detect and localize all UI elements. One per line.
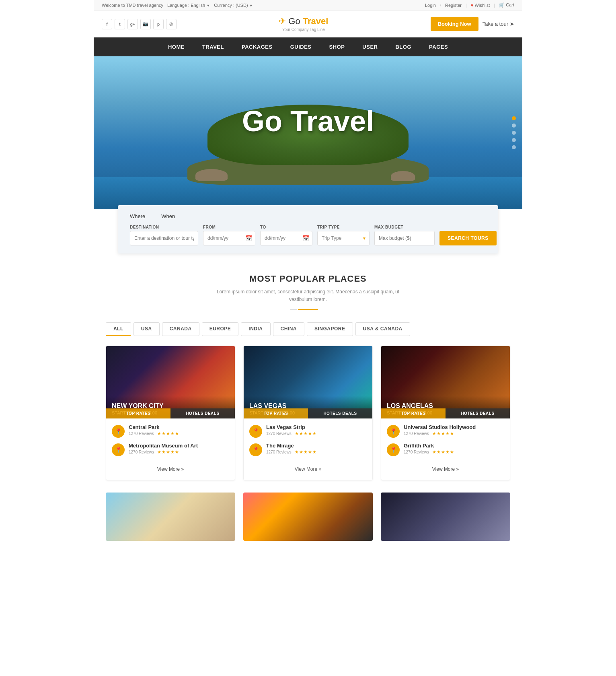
- place-card-nyc: NEW YORK CITY START FROM $375.00 TOP RAT…: [106, 346, 235, 480]
- wishlist-link[interactable]: ♥ Wishlist: [471, 3, 490, 8]
- booking-now-button[interactable]: Booking Now: [431, 17, 478, 31]
- filter-tab-singapore[interactable]: SINGAPORE: [307, 322, 353, 336]
- register-link[interactable]: Register: [445, 3, 462, 8]
- place-stars-3: ★★★★★: [295, 431, 317, 436]
- budget-input[interactable]: [374, 231, 435, 245]
- place-item-central-park: 📍 Central Park 1270 Reviews ★★★★★: [112, 424, 229, 438]
- language-selector[interactable]: Language : English ▼: [167, 3, 210, 8]
- view-more-link-la[interactable]: View More »: [432, 466, 459, 472]
- nav-home[interactable]: HOME: [159, 37, 193, 56]
- filter-tab-all[interactable]: ALL: [106, 322, 131, 336]
- preview-card-3[interactable]: [381, 493, 510, 541]
- place-item-universal: 📍 Universal Studios Hollywood 1270 Revie…: [387, 424, 504, 438]
- place-cards-grid: NEW YORK CITY START FROM $375.00 TOP RAT…: [106, 346, 510, 480]
- logo-go-text: Go: [288, 16, 300, 27]
- to-calendar-icon[interactable]: 📅: [302, 235, 309, 241]
- preview-card-2[interactable]: [243, 493, 373, 541]
- place-name-strip: Las Vegas Strip: [266, 424, 367, 430]
- other-icon[interactable]: ◎: [166, 19, 177, 29]
- filter-tab-usa[interactable]: USA: [133, 322, 160, 336]
- top-rates-btn-la[interactable]: TOP RATES: [381, 408, 446, 418]
- nav-shop[interactable]: SHOP: [320, 37, 354, 56]
- welcome-text: Welcome to TMD travel agency: [102, 3, 163, 8]
- hotels-deals-btn-la[interactable]: HOTELS DEALS: [446, 408, 510, 418]
- nav-pages[interactable]: PAGES: [420, 37, 457, 56]
- preview-card-1[interactable]: [106, 493, 235, 541]
- nav-guides[interactable]: GUIDES: [281, 37, 320, 56]
- currency-selector[interactable]: Currency : (USD) ▼: [214, 3, 253, 8]
- nav-travel[interactable]: TRAVEL: [193, 37, 233, 56]
- trip-type-select[interactable]: Trip Type: [317, 231, 370, 245]
- place-marker-icon-6: 📍: [387, 443, 400, 456]
- nav-user[interactable]: USER: [353, 37, 386, 56]
- search-tours-button[interactable]: SEARCH TOURS: [439, 231, 497, 245]
- from-calendar-icon[interactable]: 📅: [245, 235, 252, 241]
- slider-dot-5[interactable]: [512, 145, 516, 149]
- cart-link[interactable]: 🛒 Cart: [499, 2, 514, 8]
- slider-dot-2[interactable]: [512, 124, 516, 128]
- nav-packages[interactable]: PACKAGES: [233, 37, 281, 56]
- filter-tab-usa-canada[interactable]: USA & CANADA: [355, 322, 410, 336]
- destination-input[interactable]: [130, 231, 198, 245]
- section-description: Lorem ipsum dolor sit amet, consectetur …: [207, 288, 409, 303]
- card-content-nyc: 📍 Central Park 1270 Reviews ★★★★★ 📍 Metr…: [106, 418, 235, 480]
- place-reviews-count-1: 1270 Reviews: [129, 431, 154, 436]
- card-content-la: 📍 Universal Studios Hollywood 1270 Revie…: [381, 418, 510, 480]
- pinterest-icon[interactable]: p: [153, 19, 164, 29]
- place-reviews-row-3: 1270 Reviews ★★★★★: [266, 431, 367, 436]
- place-stars-5: ★★★★★: [432, 431, 454, 436]
- place-reviews-count-4: 1270 Reviews: [266, 450, 292, 454]
- from-field-group: FROM 📅: [203, 225, 255, 245]
- plane-icon: ✈: [279, 16, 286, 27]
- slider-dot-4[interactable]: [512, 138, 516, 142]
- site-header: f t g+ 📷 p ◎ ✈ Go Travel Your Company Ta…: [94, 10, 522, 37]
- where-label: Where: [130, 213, 145, 219]
- language-arrow-icon: ▼: [206, 4, 210, 8]
- place-info-universal: Universal Studios Hollywood 1270 Reviews…: [404, 424, 504, 436]
- place-reviews-count-2: 1270 Reviews: [129, 450, 154, 454]
- site-logo[interactable]: ✈ Go Travel Your Company Tag Line: [279, 16, 328, 32]
- place-marker-icon-1: 📍: [112, 425, 125, 438]
- search-labels: Where When: [130, 213, 486, 219]
- place-info-strip: Las Vegas Strip 1270 Reviews ★★★★★: [266, 424, 367, 436]
- social-icons-group: f t g+ 📷 p ◎: [102, 19, 177, 29]
- place-name-griffith: Griffith Park: [404, 443, 504, 449]
- logo-tagline: Your Company Tag Line: [279, 27, 328, 32]
- filter-tab-china[interactable]: CHINA: [273, 322, 305, 336]
- header-actions: Booking Now Take a tour ➤: [431, 17, 514, 31]
- twitter-icon[interactable]: t: [115, 19, 125, 29]
- place-stars-4: ★★★★★: [295, 449, 317, 455]
- place-name-central-park: Central Park: [129, 424, 229, 430]
- place-reviews-row-1: 1270 Reviews ★★★★★: [129, 431, 229, 436]
- place-item-met: 📍 Metropolitan Museum of Art 1270 Review…: [112, 443, 229, 456]
- take-tour-link[interactable]: Take a tour ➤: [483, 21, 514, 27]
- hotels-deals-btn-vegas[interactable]: HOTELS DEALS: [308, 408, 372, 418]
- slider-dot-1[interactable]: [512, 116, 516, 120]
- google-plus-icon[interactable]: g+: [127, 19, 138, 29]
- nav-blog[interactable]: BLOG: [386, 37, 420, 56]
- section-divider: [298, 309, 318, 310]
- top-rates-btn-vegas[interactable]: TOP RATES: [244, 408, 308, 418]
- filter-tab-europe[interactable]: EUROPE: [202, 322, 239, 336]
- slider-dot-3[interactable]: [512, 131, 516, 135]
- place-reviews-row-2: 1270 Reviews ★★★★★: [129, 449, 229, 455]
- budget-label: MAX BUDGET: [374, 225, 435, 229]
- instagram-icon[interactable]: 📷: [140, 19, 151, 29]
- view-more-nyc: View More »: [112, 461, 229, 474]
- filter-tab-canada[interactable]: CANADA: [162, 322, 199, 336]
- facebook-icon[interactable]: f: [102, 19, 112, 29]
- card-image-la: LOS ANGELAS START FROM $375.00 TOP RATES…: [381, 346, 510, 418]
- login-link[interactable]: Login: [425, 3, 436, 8]
- view-more-link-vegas[interactable]: View More »: [295, 466, 321, 472]
- when-label: When: [161, 213, 175, 219]
- place-item-mirage: 📍 The Mirage 1270 Reviews ★★★★★: [249, 443, 367, 456]
- card-image-nyc: NEW YORK CITY START FROM $375.00 TOP RAT…: [106, 346, 235, 418]
- place-stars-2: ★★★★★: [157, 449, 179, 455]
- view-more-link-nyc[interactable]: View More »: [157, 466, 184, 472]
- top-rates-btn-nyc[interactable]: TOP RATES: [106, 408, 170, 418]
- currency-arrow-icon: ▼: [249, 4, 253, 8]
- place-name-mirage: The Mirage: [266, 443, 367, 449]
- filter-tab-india[interactable]: INDIA: [241, 322, 270, 336]
- slider-dots: [512, 116, 516, 149]
- hotels-deals-btn-nyc[interactable]: HOTELS DEALS: [170, 408, 235, 418]
